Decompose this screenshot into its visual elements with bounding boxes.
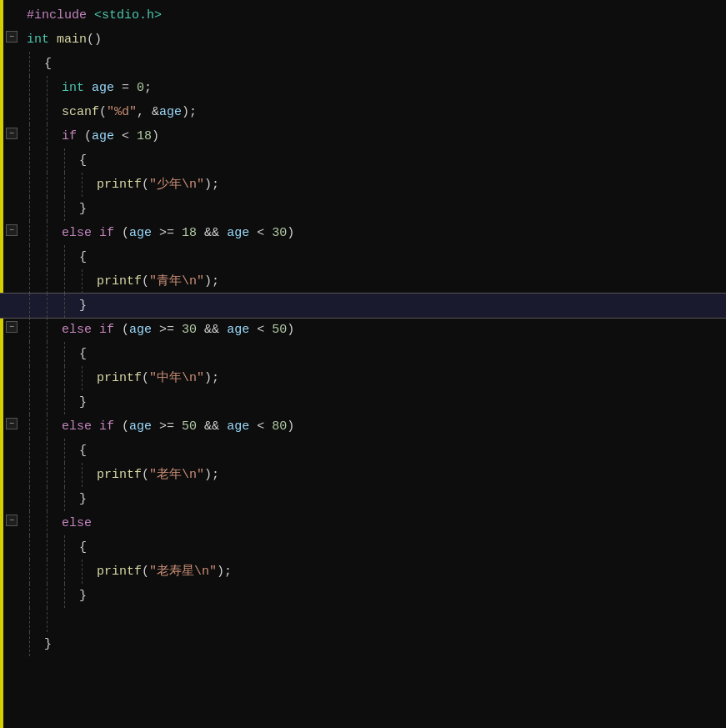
fold-button-6[interactable]: − (6, 128, 18, 139)
guide-21-2 (64, 487, 76, 511)
token-9-0: } (79, 200, 87, 218)
token-10-1 (92, 224, 99, 242)
code-editor[interactable]: #include <stdio.h>−int main(){int age = … (0, 0, 726, 728)
indent-guides-13 (23, 294, 76, 318)
gutter-26 (0, 608, 23, 632)
code-line-2: int main() (23, 28, 108, 52)
guide-9-0 (29, 197, 41, 221)
indent-guides-24 (23, 560, 93, 584)
token-15-0: { (79, 345, 87, 363)
line-content-25: } (23, 584, 726, 608)
code-line-25: } (76, 584, 93, 608)
line-content-5: scanf("%d", &age); (23, 100, 726, 124)
indent-guides-7 (23, 148, 76, 173)
guide-18-1 (47, 414, 58, 439)
token-23-0: { (79, 539, 87, 556)
token-18-2: if (99, 418, 114, 435)
gutter-8 (0, 173, 23, 197)
line-3: { (0, 52, 726, 76)
token-8-2: "少年\n" (149, 176, 204, 193)
line-content-2: int main() (23, 28, 726, 52)
guide-25-0 (29, 584, 41, 608)
guide-13-1 (47, 294, 58, 318)
guide-23-1 (47, 535, 58, 560)
gutter-22: − (0, 511, 23, 535)
token-14-3: ( (114, 321, 129, 339)
gutter-15 (0, 342, 23, 366)
indent-guides-10 (23, 221, 58, 245)
token-16-3: ); (204, 369, 219, 387)
token-6-5: ) (152, 128, 159, 145)
indent-guides-5 (23, 100, 58, 124)
guide-3-0 (29, 52, 41, 76)
line-content-17: } (23, 390, 726, 414)
indent-guides-14 (23, 318, 58, 342)
code-line-16: printf("中年\n"); (93, 366, 226, 390)
token-14-5: >= (152, 321, 182, 339)
fold-button-2[interactable]: − (6, 31, 18, 43)
code-line-17: } (76, 390, 93, 414)
indent-guides-9 (23, 197, 76, 221)
fold-button-22[interactable]: − (6, 515, 18, 526)
token-10-11: ) (287, 224, 294, 242)
guide-20-1 (47, 463, 58, 487)
guide-5-0 (29, 100, 41, 124)
guide-8-1 (47, 173, 58, 197)
line-17: } (0, 390, 726, 414)
code-line-3: { (41, 52, 58, 76)
line-6: −if (age < 18) (0, 124, 726, 148)
indent-guides-25 (23, 584, 76, 608)
token-5-4: age (159, 103, 182, 121)
token-14-2: if (99, 321, 114, 339)
code-line-5: scanf("%d", &age); (58, 100, 203, 124)
token-6-1: ( (77, 128, 92, 145)
gutter-25 (0, 584, 23, 608)
code-line-24: printf("老寿星\n"); (93, 560, 238, 584)
token-10-5: >= (152, 224, 182, 242)
token-12-2: "青年\n" (149, 273, 204, 290)
guide-12-3 (82, 269, 93, 294)
token-10-10: 30 (272, 224, 287, 242)
gutter-10: − (0, 221, 23, 245)
guide-25-2 (64, 584, 76, 608)
guide-11-0 (29, 245, 41, 269)
token-5-2: "%d" (107, 103, 137, 121)
line-content-6: if (age < 18) (23, 124, 726, 148)
guide-4-0 (29, 76, 41, 100)
line-content-19: { (23, 439, 726, 463)
guide-12-1 (47, 269, 58, 294)
guide-4-1 (47, 76, 58, 100)
fold-button-14[interactable]: − (6, 321, 18, 333)
guide-19-2 (64, 439, 76, 463)
line-26 (0, 608, 726, 632)
code-line-11: { (76, 245, 93, 269)
indent-guides-8 (23, 173, 93, 197)
line-7: { (0, 148, 726, 173)
token-18-10: 80 (272, 418, 287, 435)
token-14-9: < (249, 321, 272, 339)
token-14-7: && (197, 321, 227, 339)
token-7-0: { (79, 152, 87, 169)
token-2-2: main (57, 31, 87, 48)
line-22: −else (0, 511, 726, 535)
fold-button-10[interactable]: − (6, 224, 18, 236)
code-line-1: #include <stdio.h> (23, 3, 168, 28)
guide-24-2 (64, 560, 76, 584)
gutter-2: − (0, 28, 23, 52)
indent-guides-26 (23, 608, 58, 632)
fold-button-18[interactable]: − (6, 418, 18, 429)
gutter-12 (0, 269, 23, 294)
token-10-6: 18 (182, 224, 197, 242)
token-24-3: ); (217, 563, 232, 580)
token-14-0: else (62, 321, 92, 339)
indent-guides-12 (23, 269, 93, 294)
token-4-3: = (114, 79, 137, 97)
indent-guides-18 (23, 414, 58, 439)
code-line-8: printf("少年\n"); (93, 173, 226, 197)
token-6-0: if (62, 128, 77, 145)
token-21-0: } (79, 490, 87, 508)
token-6-4: 18 (137, 128, 152, 145)
guide-8-2 (64, 173, 76, 197)
gutter-3 (0, 52, 23, 76)
line-content-14: else if (age >= 30 && age < 50) (23, 318, 726, 342)
